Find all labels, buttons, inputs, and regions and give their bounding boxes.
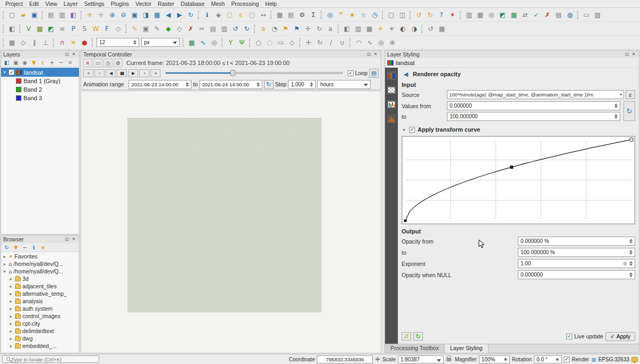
transform-curve-editor[interactable] xyxy=(402,136,635,224)
mesh-calculator-button[interactable]: ◩ xyxy=(497,9,508,21)
expand-arrow-icon[interactable]: ▸ xyxy=(9,344,13,349)
expand-arrow-icon[interactable]: ▸ xyxy=(9,284,13,289)
check-geometries-button[interactable]: Y xyxy=(225,37,236,48)
regular-polygon-button[interactable]: ◇ xyxy=(286,37,298,48)
rectangle-2points-button[interactable]: ▭ xyxy=(275,37,286,48)
set-range-from-project-button[interactable]: ↻ xyxy=(264,80,274,89)
open-project-button[interactable]: ▰ xyxy=(18,9,29,21)
pan-to-selection-button[interactable]: ✛ xyxy=(95,9,107,21)
zoom-last-button[interactable]: ◀ xyxy=(163,9,174,21)
map-tips-button[interactable]: ❞ xyxy=(335,9,347,21)
raster-calculator-button[interactable]: ▦ xyxy=(475,9,486,21)
layer-labeling-button[interactable]: a xyxy=(258,23,269,35)
delete-selected-button[interactable]: ✗ xyxy=(185,23,196,35)
undo-style-button[interactable]: ↺ xyxy=(413,9,425,21)
styling-close-button[interactable]: ✕ xyxy=(630,51,637,58)
move-label-button[interactable]: ✛ xyxy=(302,23,314,35)
browser-item[interactable]: ▾⌂/home/nyall/dev/Q... xyxy=(1,268,79,275)
clear-exponent-icon[interactable]: ⊗ xyxy=(623,261,627,266)
results-viewer-button[interactable]: ▦ xyxy=(436,23,447,35)
browser-item[interactable]: ▸auth system xyxy=(1,305,79,312)
paste-features-button[interactable]: ▥ xyxy=(219,23,230,35)
highlight-pinned-labels-button[interactable]: ⚑ xyxy=(291,23,302,35)
source-expression-input[interactable]: 100*minute(age( @map_start_time, @animat… xyxy=(447,90,624,99)
layout-atlas-button[interactable]: ▨ xyxy=(592,9,603,21)
construction-mode-button[interactable]: ◇ xyxy=(18,37,29,48)
report-bug-button[interactable]: ✶ xyxy=(447,9,458,21)
snapping-tolerance-input[interactable]: 12 xyxy=(97,38,139,47)
save-edits-button[interactable]: ▣ xyxy=(140,23,151,35)
self-snapping-button[interactable]: ◎ xyxy=(209,37,220,48)
browser-item[interactable]: ▸alternative_temp_ xyxy=(1,290,79,297)
step-value-input[interactable]: 1.000 xyxy=(288,80,316,89)
merge-features-button[interactable]: ∪ xyxy=(337,37,348,48)
browser-item[interactable]: ▸⌂/home/nyall/dev/Q... xyxy=(1,260,79,268)
back-button[interactable]: ◀ xyxy=(402,70,410,78)
toggle-editing-button[interactable]: ✎ xyxy=(129,23,140,35)
zoom-full-button[interactable]: ▣ xyxy=(129,9,140,21)
raster-histogram-button[interactable]: ▥ xyxy=(463,9,475,21)
increase-brightness-button[interactable]: ☀ xyxy=(375,23,386,35)
decrease-contrast-button[interactable]: ◑ xyxy=(409,23,420,35)
fixed-range-navigation-button[interactable]: ▭ xyxy=(93,59,102,67)
zoom-to-selection-button[interactable]: ◨ xyxy=(140,9,151,21)
apply-transform-curve-checkbox[interactable] xyxy=(409,127,415,133)
layer-band-item[interactable]: Band 2 xyxy=(1,85,79,94)
deselect-all-button[interactable]: ▢ xyxy=(246,9,258,21)
new-3d-map-view-button[interactable]: ◫ xyxy=(397,9,408,21)
new-map-view-button[interactable]: ▢ xyxy=(386,9,397,21)
browser-properties-button[interactable]: ℹ xyxy=(29,243,38,252)
data-source-manager-button[interactable]: ◧ xyxy=(6,23,18,35)
zoom-to-layer-button[interactable]: ▦ xyxy=(151,9,163,21)
transform-expand-arrow[interactable]: ▾ xyxy=(402,127,406,132)
menu-database[interactable]: Database xyxy=(178,1,208,7)
browser-item[interactable]: ▸embedded_... xyxy=(1,342,79,350)
expand-arrow-icon[interactable]: ▸ xyxy=(9,306,13,311)
menu-project[interactable]: Project xyxy=(2,1,26,7)
select-features-button[interactable]: ▢ xyxy=(224,9,235,21)
vertex-tool-button[interactable]: ◇ xyxy=(174,23,185,35)
refresh-map-button[interactable]: ↻ xyxy=(185,9,196,21)
browser-item[interactable]: ▸delimitedtext xyxy=(1,327,79,335)
new-project-button[interactable]: ▢ xyxy=(6,9,18,21)
styling-tab-pyramids[interactable] xyxy=(386,114,397,124)
remove-layer-button[interactable]: ✕ xyxy=(66,58,75,67)
add-delimited-text-button[interactable]: ≡ xyxy=(57,23,68,35)
circle-3points-button[interactable]: ◌ xyxy=(264,37,275,48)
help-button[interactable]: ? xyxy=(436,9,447,21)
scale-combo[interactable]: 1:80387 xyxy=(398,355,444,363)
render-checkbox[interactable] xyxy=(564,357,570,362)
browser-item[interactable]: ▸adjacent_tiles xyxy=(1,282,79,290)
redo-button[interactable]: ↻ xyxy=(241,23,252,35)
tab-layer-styling[interactable]: Layer Styling xyxy=(445,344,489,353)
zoom-out-button[interactable]: ⊖ xyxy=(118,9,129,21)
zoom-in-button[interactable]: ⊕ xyxy=(107,9,118,21)
skip-to-end-button[interactable]: » xyxy=(150,69,161,77)
trace-button[interactable]: ∿ xyxy=(197,37,209,48)
local-histogram-stretch-button[interactable]: ▥ xyxy=(353,23,364,35)
refresh-min-max-button[interactable]: ↻ xyxy=(623,101,635,121)
opacity-when-null-input[interactable]: 0.000000 xyxy=(518,270,635,279)
raster-stretch-button[interactable]: ◧ xyxy=(341,23,353,35)
undo-button[interactable]: ↺ xyxy=(230,23,241,35)
cut-features-button[interactable]: ✂ xyxy=(196,23,207,35)
apply-button[interactable]: ✓ Apply xyxy=(605,332,635,341)
locator-search-button[interactable]: ◎ xyxy=(324,9,335,21)
menu-edit[interactable]: Edit xyxy=(26,1,42,7)
menu-help[interactable]: Help xyxy=(262,1,280,7)
grid-decoration-button[interactable]: ▦ xyxy=(508,9,519,21)
offline-editing-button[interactable]: ⇄ xyxy=(519,9,531,21)
filter-legend-button[interactable]: ▼ xyxy=(29,58,38,67)
scale-lock-icon[interactable] xyxy=(446,358,451,361)
temporal-float-button[interactable]: ◱ xyxy=(366,51,372,58)
layer-expand-arrow[interactable]: ▾ xyxy=(2,70,7,75)
current-edits-button[interactable]: ✎ xyxy=(151,23,163,35)
add-postgis-layer-button[interactable]: P xyxy=(68,23,79,35)
full-histogram-stretch-button[interactable]: ▦ xyxy=(364,23,375,35)
new-bookmark-button[interactable]: ★ xyxy=(347,9,358,21)
play-backward-button[interactable]: ◀ xyxy=(106,69,116,77)
manage-map-themes-button[interactable]: ◉ xyxy=(20,58,29,67)
export-animation-button[interactable]: ▤ xyxy=(369,69,379,78)
styling-tab-histogram[interactable] xyxy=(386,99,397,110)
temporal-close-button[interactable]: ✕ xyxy=(372,51,379,58)
